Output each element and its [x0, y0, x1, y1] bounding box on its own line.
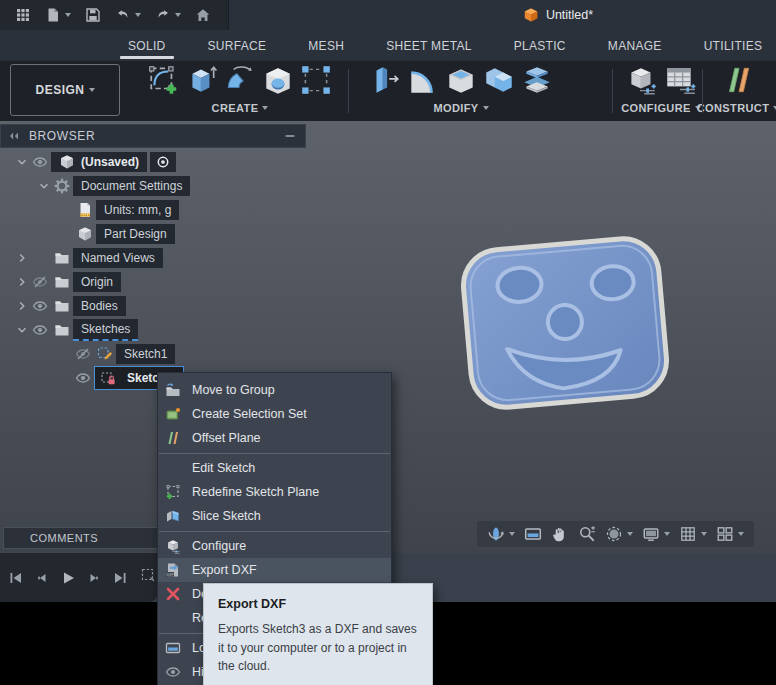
browser-row-origin[interactable]: Origin	[0, 270, 306, 294]
ribbon-group-label-create[interactable]: CREATE	[133, 102, 347, 114]
browser-row-sketch1[interactable]: Sketch1	[0, 342, 306, 366]
tree-label[interactable]: Part Design	[96, 224, 175, 244]
app-grid-button[interactable]	[8, 3, 38, 27]
units-icon	[74, 202, 96, 218]
menu-item-export-dxf[interactable]: DXFExport DXF	[158, 558, 391, 582]
document-tab[interactable]: Untitled*	[523, 7, 593, 23]
pattern-tool[interactable]	[299, 63, 333, 101]
browser-row-bodies[interactable]: Bodies	[0, 294, 306, 318]
file-new-button[interactable]	[38, 3, 78, 27]
zoom-button[interactable]	[576, 525, 598, 543]
fit-button[interactable]	[603, 525, 635, 543]
chevron-down-icon	[135, 13, 141, 17]
press-pull-tool[interactable]	[368, 63, 402, 101]
slice-sketch-icon	[165, 508, 181, 524]
collapse-panel-icon[interactable]	[7, 129, 21, 143]
menu-item-slice-sketch[interactable]: Slice Sketch	[158, 504, 391, 528]
chevron-down-icon[interactable]	[36, 179, 51, 193]
tab-manage[interactable]: MANAGE	[608, 30, 662, 61]
visibility-toggle[interactable]	[29, 274, 51, 290]
step-back-button[interactable]	[32, 570, 52, 586]
workspace-selector[interactable]: DESIGN	[10, 64, 120, 116]
tree-label[interactable]: Bodies	[73, 296, 126, 316]
chevron-right-icon[interactable]	[14, 299, 29, 313]
grid-display-button[interactable]	[677, 525, 709, 543]
browser-row-document-settings[interactable]: Document Settings	[0, 174, 306, 198]
split-body-tool[interactable]	[520, 63, 554, 101]
tree-label[interactable]: Origin	[73, 272, 121, 292]
visibility-toggle[interactable]	[29, 298, 51, 314]
tree-label[interactable]: Document Settings	[73, 176, 190, 196]
chevron-right-icon[interactable]	[14, 251, 29, 265]
browser-row-named-views[interactable]: Named Views	[0, 246, 306, 270]
tree-label[interactable]: Sketch1	[116, 344, 175, 364]
chevron-right-icon	[15, 275, 29, 289]
home-button[interactable]	[188, 3, 218, 27]
browser-row-unsaved[interactable]: (Unsaved)	[0, 150, 306, 174]
tree-label[interactable]: Named Views	[73, 248, 163, 268]
chevron-down-icon[interactable]	[14, 323, 29, 337]
timeline-sketch-feature[interactable]	[140, 567, 156, 583]
construct-plane-tool[interactable]	[721, 63, 755, 101]
ribbon-group-label-modify[interactable]: MODIFY	[352, 102, 570, 114]
tab-surface[interactable]: SURFACE	[208, 30, 267, 61]
redo-button[interactable]	[148, 3, 188, 27]
create-sketch-icon	[147, 63, 181, 97]
chevron-right-icon[interactable]	[14, 275, 29, 289]
skip-start-button[interactable]	[6, 570, 26, 586]
menu-item-edit-sketch[interactable]: Edit Sketch	[158, 456, 391, 480]
extrude-tool[interactable]	[185, 63, 219, 101]
chevron-down-icon[interactable]	[14, 155, 29, 169]
chevron-down-icon	[664, 532, 670, 536]
browser-row-sketches[interactable]: Sketches	[0, 318, 306, 342]
revolve-tool[interactable]	[223, 63, 257, 101]
visibility-toggle[interactable]	[72, 346, 94, 362]
pan-button[interactable]	[549, 525, 571, 543]
tree-label[interactable]: Units: mm, g	[96, 200, 179, 220]
menu-item-create-selection-set[interactable]: Create Selection Set	[158, 402, 391, 426]
ribbon-group-modify: MODIFY	[352, 61, 570, 119]
shell-tool[interactable]	[444, 63, 478, 101]
menu-item-offset-plane[interactable]: Offset Plane	[158, 426, 391, 450]
configuration-table-tool[interactable]	[663, 63, 697, 101]
visibility-toggle[interactable]	[29, 154, 51, 170]
save-button[interactable]	[78, 3, 108, 27]
model-smiley-face[interactable]	[445, 218, 685, 428]
tab-mesh[interactable]: MESH	[308, 30, 344, 61]
activate-component-radio[interactable]	[150, 152, 176, 172]
chevron-down-icon	[37, 179, 51, 193]
comments-panel[interactable]: COMMENTS	[3, 527, 160, 549]
look-at-button[interactable]	[522, 525, 544, 543]
ribbon-group-label-construct[interactable]: CONSTRUCT	[700, 102, 776, 114]
play-button[interactable]	[58, 570, 78, 586]
eye-off-icon	[75, 346, 91, 362]
display-settings-button[interactable]	[640, 525, 672, 543]
delete-icon	[165, 586, 181, 602]
fillet-tool[interactable]	[406, 63, 440, 101]
tab-sheet-metal[interactable]: SHEET METAL	[386, 30, 472, 61]
menu-item-configure[interactable]: Configure	[158, 534, 391, 558]
step-forward-button[interactable]	[84, 570, 104, 586]
menu-item-redefine-sketch-plane[interactable]: Redefine Sketch Plane	[158, 480, 391, 504]
visibility-toggle[interactable]	[29, 322, 51, 338]
create-sketch-tool[interactable]	[147, 63, 181, 101]
tab-utilities[interactable]: UTILITIES	[704, 30, 763, 61]
browser-row-part-design[interactable]: Part Design	[0, 222, 306, 246]
orbit-button[interactable]	[485, 525, 517, 543]
configure-tool[interactable]	[625, 63, 659, 101]
combine-tool[interactable]	[482, 63, 516, 101]
ribbon-group-label-configure[interactable]: CONFIGURE	[616, 102, 706, 114]
viewports-button[interactable]	[714, 525, 746, 543]
tab-plastic[interactable]: PLASTIC	[514, 30, 566, 61]
menu-item-move-to-group[interactable]: Move to Group	[158, 378, 391, 402]
browser-row-units-mm-g[interactable]: Units: mm, g	[0, 198, 306, 222]
skip-end-button[interactable]	[110, 570, 130, 586]
minimize-panel-icon[interactable]	[283, 129, 297, 143]
tree-label[interactable]: Sketches	[73, 319, 138, 341]
visibility-toggle[interactable]	[72, 370, 94, 386]
hole-tool[interactable]	[261, 63, 295, 101]
tab-solid[interactable]: SOLID	[128, 30, 166, 61]
tree-label[interactable]: (Unsaved)	[51, 152, 147, 172]
undo-button[interactable]	[108, 3, 148, 27]
ribbon-group-tools	[616, 63, 706, 101]
